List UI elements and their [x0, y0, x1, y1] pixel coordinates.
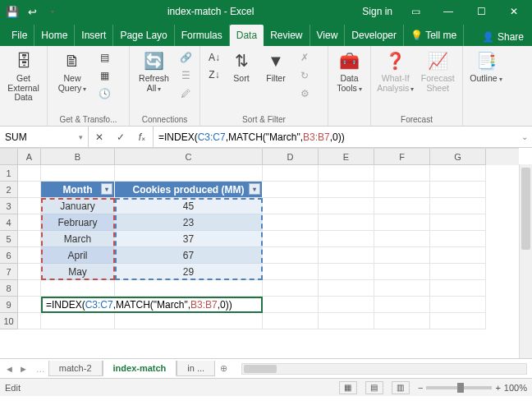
close-button[interactable]: ✕: [499, 2, 529, 21]
row-header[interactable]: 1: [0, 165, 18, 182]
cell[interactable]: [430, 247, 486, 264]
from-table-button[interactable]: ▦: [95, 67, 113, 84]
col-header-e[interactable]: E: [319, 149, 374, 165]
tab-file[interactable]: File: [5, 25, 34, 46]
redo-icon[interactable]: [44, 4, 59, 19]
zoom-value[interactable]: 100%: [504, 383, 527, 393]
scrollbar-thumb[interactable]: [521, 168, 530, 250]
advanced-filter-button[interactable]: ⚙: [296, 85, 314, 102]
scrollbar-thumb[interactable]: [244, 365, 277, 373]
cell[interactable]: [115, 165, 263, 182]
cell[interactable]: [263, 264, 319, 280]
cell[interactable]: 45: [115, 198, 263, 214]
ribbon-options-icon[interactable]: ▭: [401, 2, 430, 21]
cell[interactable]: 23: [115, 214, 263, 231]
cell[interactable]: [263, 165, 319, 182]
maximize-button[interactable]: ☐: [466, 2, 496, 21]
sign-in-link[interactable]: Sign in: [362, 6, 392, 17]
tab-home[interactable]: Home: [34, 25, 75, 46]
active-edit-cell[interactable]: =INDEX(C3:C7,MATCH("March",B3:B7,0)): [41, 297, 263, 313]
cell[interactable]: [263, 280, 319, 297]
new-sheet-button[interactable]: ⊕: [215, 363, 232, 374]
cell[interactable]: [319, 214, 374, 231]
cell[interactable]: [263, 231, 319, 247]
cell[interactable]: [18, 247, 41, 264]
cell[interactable]: [374, 313, 430, 329]
cell[interactable]: [430, 264, 486, 280]
cell[interactable]: [115, 280, 263, 297]
cell[interactable]: [374, 247, 430, 264]
cell[interactable]: [18, 264, 41, 280]
cancel-formula-button[interactable]: ✕: [89, 131, 110, 143]
vertical-scrollbar[interactable]: [519, 164, 532, 358]
cell[interactable]: 29: [115, 264, 263, 280]
undo-icon[interactable]: ↩: [25, 4, 39, 19]
data-tools-button[interactable]: 🧰 Data Tools: [333, 49, 365, 93]
tab-formulas[interactable]: Formulas: [175, 25, 230, 46]
cell[interactable]: [374, 297, 430, 313]
zoom-slider[interactable]: [426, 386, 492, 389]
tab-page-layout[interactable]: Page Layo: [113, 25, 174, 46]
cell[interactable]: [430, 231, 486, 247]
cell[interactable]: [41, 280, 115, 297]
view-page-layout-button[interactable]: ▤: [365, 381, 383, 394]
zoom-in-button[interactable]: +: [495, 383, 500, 393]
col-header-f[interactable]: F: [374, 149, 430, 165]
cell[interactable]: 37: [115, 231, 263, 247]
col-header-a[interactable]: A: [18, 149, 41, 165]
row-header[interactable]: 8: [0, 280, 18, 297]
cell[interactable]: [430, 198, 486, 214]
view-normal-button[interactable]: ▦: [339, 381, 357, 394]
row-header[interactable]: 7: [0, 264, 18, 280]
recent-sources-button[interactable]: 🕓: [95, 85, 113, 102]
cell[interactable]: [18, 214, 41, 231]
cell[interactable]: [18, 165, 41, 182]
tab-view[interactable]: View: [310, 25, 346, 46]
view-page-break-button[interactable]: ▥: [392, 381, 410, 394]
cell[interactable]: [430, 280, 486, 297]
col-header-c[interactable]: C: [115, 149, 263, 165]
cell[interactable]: [430, 165, 486, 182]
prev-sheet-icon[interactable]: ◄: [5, 364, 14, 374]
cell[interactable]: [319, 165, 374, 182]
col-header-d[interactable]: D: [263, 149, 319, 165]
row-header[interactable]: 6: [0, 247, 18, 264]
zoom-out-button[interactable]: −: [418, 383, 423, 393]
cell[interactable]: [374, 198, 430, 214]
cell[interactable]: [374, 182, 430, 198]
cell[interactable]: [319, 264, 374, 280]
cell[interactable]: [41, 313, 115, 329]
name-box[interactable]: SUM▾: [0, 127, 89, 147]
row-header[interactable]: 3: [0, 198, 18, 214]
cell[interactable]: April: [41, 247, 115, 264]
enter-formula-button[interactable]: ✓: [110, 131, 131, 143]
filter-button[interactable]: ▼ Filter: [259, 49, 292, 84]
cell[interactable]: May: [41, 264, 115, 280]
sheet-tab[interactable]: match-2: [48, 361, 103, 376]
get-external-data-button[interactable]: 🗄 Get External Data: [5, 49, 42, 103]
cell[interactable]: 67: [115, 247, 263, 264]
cell[interactable]: [430, 182, 486, 198]
cell[interactable]: [430, 313, 486, 329]
col-header-g[interactable]: G: [430, 149, 486, 165]
sheet-tab[interactable]: in ...: [177, 361, 215, 376]
show-queries-button[interactable]: ▤: [95, 49, 113, 66]
cell[interactable]: January: [41, 198, 115, 214]
tell-me[interactable]: 💡 Tell me: [404, 25, 464, 46]
cell[interactable]: [263, 198, 319, 214]
sort-za-button[interactable]: Z↓: [205, 67, 223, 83]
worksheet-grid[interactable]: A B C D E F G 1 2 Month▾ Cookies produce…: [0, 148, 532, 358]
row-header[interactable]: 2: [0, 182, 18, 198]
share-button[interactable]: 👤 Share: [474, 28, 532, 46]
cell[interactable]: [430, 297, 486, 313]
horizontal-scrollbar[interactable]: [241, 363, 527, 375]
reapply-button[interactable]: ↻: [296, 67, 314, 84]
next-sheet-icon[interactable]: ►: [19, 364, 28, 374]
refresh-all-button[interactable]: 🔄 Refresh All: [135, 49, 173, 93]
what-if-button[interactable]: ❓ What-If Analysis: [376, 49, 415, 93]
cell[interactable]: [263, 247, 319, 264]
outline-button[interactable]: 📑 Outline: [468, 49, 504, 84]
sheet-tab-active[interactable]: index-match: [103, 361, 177, 376]
table-header-cookies[interactable]: Cookies produced (MM)▾: [115, 182, 263, 198]
clear-filter-button[interactable]: ✗: [296, 49, 314, 66]
